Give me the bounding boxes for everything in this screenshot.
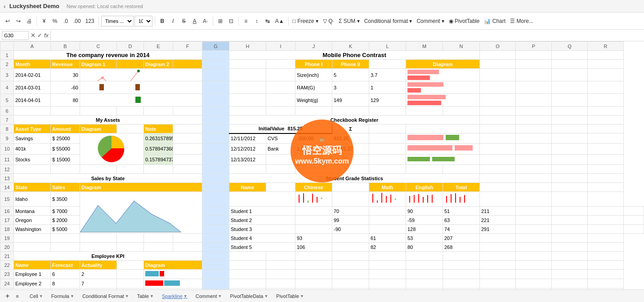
merge-button[interactable]: ⊡ [226,15,236,27]
cell-h4[interactable] [229,81,266,94]
font-select[interactable]: Times ... [101,16,134,27]
student1-total[interactable]: 211 [480,207,516,216]
cell-k15[interactable] [332,192,369,207]
cell-o6[interactable] [480,107,516,115]
phone1-header[interactable]: Phone I [295,60,332,69]
cb-desc3[interactable] [266,154,295,164]
cell-q5[interactable] [552,94,588,107]
cell-i2[interactable] [266,60,295,69]
emp1-actuality[interactable]: 2 [80,270,117,279]
cell-o21[interactable] [480,252,516,261]
cell-r15[interactable] [588,192,624,207]
asset-diagram-header[interactable]: Diagram [80,124,117,133]
math-header[interactable]: Math [369,183,406,192]
align-v-button[interactable]: ↕ [252,15,262,27]
kpi-title[interactable]: Employee KPI [14,252,202,261]
emp1-name[interactable]: Employee 1 [14,270,51,279]
cell-r23[interactable] [588,270,624,279]
mobile-phone-title[interactable]: Mobile Phone Contrast [229,51,480,60]
col-header-h[interactable]: H [229,42,266,51]
cell-c20[interactable] [80,243,117,252]
assettype-header[interactable]: Asset Type [14,124,51,133]
revenue-header[interactable]: Revenue [51,60,80,69]
tab-cell[interactable]: Cell ▼ [26,293,47,300]
stocks-note[interactable]: 0.157894737 [144,154,173,164]
cell-r13[interactable] [588,174,624,183]
cell-d20[interactable] [117,243,144,252]
savings-note[interactable]: 0.263157895 [144,133,173,144]
initial-value-header[interactable]: InitialValue 815.25 [229,124,332,133]
diag1-header[interactable]: Diagram 1 [80,60,117,69]
size-label[interactable]: Size(inch) [295,69,332,81]
cell-r1[interactable] [588,51,624,60]
cell-g12[interactable] [202,165,229,174]
add-sheet-button[interactable]: + [4,292,11,300]
cell-q23[interactable] [552,270,588,279]
cell-i23[interactable] [266,270,295,279]
cell-o7[interactable] [480,115,516,124]
cell-r22[interactable] [588,261,624,270]
student2-name[interactable]: Student 2 [229,216,295,225]
phone2-header[interactable]: Phone II [332,60,369,69]
cell-p7[interactable] [516,115,552,124]
cell-h2[interactable] [229,60,266,69]
emp2-forecast[interactable]: 8 [51,279,80,289]
cell-p2[interactable] [516,60,552,69]
weight-p1[interactable]: 149 [332,94,369,107]
cell-q20[interactable] [552,243,588,252]
cell-i17[interactable] [295,216,332,225]
cell-i5[interactable] [266,94,295,107]
cell-e20[interactable] [144,243,173,252]
student5-english[interactable]: 80 [406,243,443,252]
cell-m24[interactable] [406,279,443,289]
col-header-p[interactable]: P [516,42,552,51]
cell-l10[interactable] [369,144,406,154]
date-r3[interactable]: 2014-02-01 [14,69,51,81]
cell-g10[interactable] [202,144,229,154]
cell-n21[interactable] [443,252,480,261]
cell-m21[interactable] [406,252,443,261]
cell-n12[interactable] [443,165,480,174]
total-header[interactable]: Total [443,183,480,192]
cell-o20[interactable] [480,243,516,252]
cell-h6[interactable] [229,107,266,115]
formula-confirm-icon[interactable]: ✓ [37,32,42,39]
cell-i6[interactable] [266,107,295,115]
cell-l2[interactable] [369,60,406,69]
stocks-amount[interactable]: $ 15000 [51,154,80,164]
decimal00-button[interactable]: .00 [72,15,83,27]
cell-o2[interactable] [480,60,516,69]
cell-d6[interactable] [117,107,144,115]
cell-g8[interactable] [202,124,229,133]
cell-q4[interactable] [552,81,588,94]
cb-desc2[interactable]: Bank [266,144,295,154]
401k-note[interactable]: 0.578947368 [144,144,173,154]
cell-p24[interactable] [516,279,552,289]
cell-n24[interactable] [443,279,480,289]
col-header-o[interactable]: O [480,42,516,51]
cell-g17[interactable] [202,216,229,225]
cell-r3[interactable] [588,69,624,81]
fontsize-select[interactable]: 10 [134,16,152,27]
cell-e19[interactable] [144,234,173,243]
cell-q7[interactable] [552,115,588,124]
cell-o13[interactable] [480,174,516,183]
cell-i16[interactable] [295,207,332,216]
cell-g1[interactable] [202,51,229,60]
cell-m22[interactable] [406,261,443,270]
cell-q10[interactable] [552,144,588,154]
cell-p20[interactable] [516,243,552,252]
cell-a12[interactable] [14,165,51,174]
date-r5[interactable]: 2014-04-01 [14,94,51,107]
cb-amount1[interactable]: -200.00 [295,133,332,144]
student2-total[interactable]: 221 [480,216,516,225]
assets-title[interactable]: My Assets [14,115,202,124]
student1-english[interactable]: 51 [443,207,480,216]
cell-q3[interactable] [552,69,588,81]
stocks-type[interactable]: Stocks [14,154,51,164]
cell-p5[interactable] [516,94,552,107]
student5-name[interactable]: Student 5 [229,243,295,252]
cell-f12[interactable] [173,165,202,174]
cell-i3[interactable] [266,69,295,81]
ram-p2[interactable]: 1 [369,81,406,94]
